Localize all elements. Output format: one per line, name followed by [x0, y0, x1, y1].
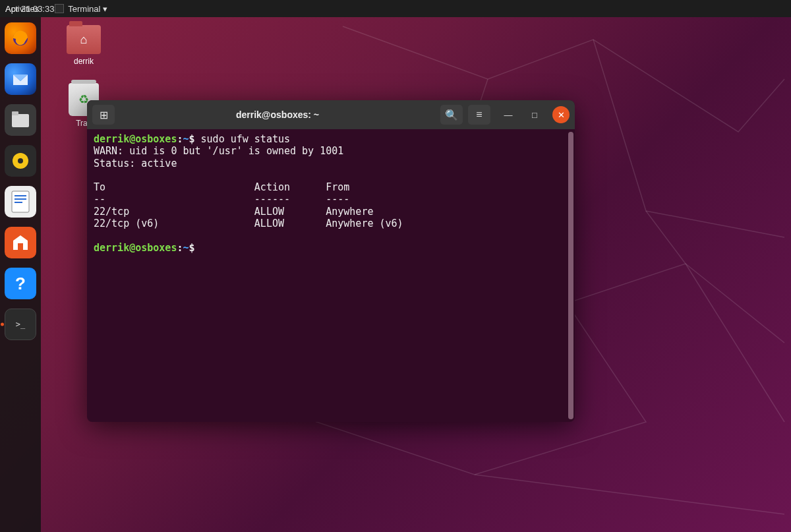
maximize-icon: □: [532, 110, 537, 120]
svg-rect-9: [18, 243, 23, 250]
prompt-user: derrik@osboxes: [94, 133, 177, 145]
terminal-body[interactable]: derrik@osboxes:~$ sudo ufw status WARN: …: [87, 129, 575, 422]
search-button[interactable]: 🔍: [440, 105, 463, 125]
svg-rect-6: [15, 195, 26, 196]
svg-rect-8: [15, 202, 22, 203]
terminal-icon: [55, 4, 64, 13]
hamburger-menu-button[interactable]: ≡: [468, 105, 490, 125]
output-header: To Action From: [94, 181, 349, 193]
close-button[interactable]: ✕: [552, 106, 570, 123]
folder-icon: ⌂: [67, 25, 101, 54]
svg-rect-7: [15, 198, 26, 200]
help-icon: ?: [15, 274, 26, 294]
minimize-icon: —: [504, 110, 513, 120]
terminal-titlebar[interactable]: ⊞ derrik@osboxes: ~ 🔍 ≡ — □ ✕: [87, 100, 575, 129]
desktop-home-label: derrik: [74, 57, 94, 66]
dock-libreoffice-writer[interactable]: [5, 186, 36, 218]
prompt-path: ~: [183, 133, 189, 145]
prompt-sym: $: [189, 242, 195, 254]
maximize-button[interactable]: □: [526, 106, 543, 123]
dock-help[interactable]: ?: [5, 268, 36, 299]
output-row-1: 22/tcp ALLOW Anywhere: [94, 206, 373, 218]
dock-rhythmbox[interactable]: [5, 145, 36, 177]
prompt-path: ~: [183, 242, 189, 254]
new-tab-icon: ⊞: [100, 109, 108, 121]
hamburger-icon: ≡: [476, 109, 482, 121]
prompt-user: derrik@osboxes: [94, 242, 177, 254]
svg-point-4: [18, 158, 23, 163]
output-header-sep: -- ------ ----: [94, 193, 349, 205]
app-menu-label: Terminal ▾: [68, 4, 107, 14]
dock-terminal[interactable]: >_: [5, 309, 36, 340]
terminal-icon: >_: [16, 320, 25, 329]
search-icon: 🔍: [445, 109, 458, 121]
output-row-2: 22/tcp (v6) ALLOW Anywhere (v6): [94, 218, 403, 229]
new-tab-button[interactable]: ⊞: [92, 105, 115, 125]
dock-thunderbird[interactable]: [5, 63, 36, 95]
dock: ? >_: [0, 17, 41, 532]
dock-files[interactable]: [5, 104, 36, 136]
desktop-home-folder[interactable]: ⌂ derrik: [59, 25, 108, 66]
output-warn: WARN: uid is 0 but '/usr' is owned by 10…: [94, 145, 343, 157]
terminal-window: ⊞ derrik@osboxes: ~ 🔍 ≡ — □ ✕ derrik@osb…: [87, 100, 575, 422]
minimize-button[interactable]: —: [500, 106, 517, 123]
svg-rect-1: [12, 114, 29, 127]
command-1: sudo ufw status: [201, 133, 290, 145]
dock-ubuntu-software[interactable]: [5, 227, 36, 258]
gnome-topbar: Activities Terminal ▾ Apr 21 03:33: [0, 0, 791, 17]
svg-rect-2: [12, 111, 18, 115]
terminal-scrollbar[interactable]: [568, 132, 573, 419]
close-icon: ✕: [558, 110, 565, 120]
dock-firefox[interactable]: [5, 22, 36, 54]
terminal-title: derrik@osboxes: ~: [120, 109, 435, 120]
output-status: Status: active: [94, 158, 177, 169]
app-menu[interactable]: Terminal ▾: [55, 4, 107, 14]
prompt-sym: $: [189, 133, 195, 145]
clock[interactable]: Apr 21 03:33: [5, 4, 54, 14]
